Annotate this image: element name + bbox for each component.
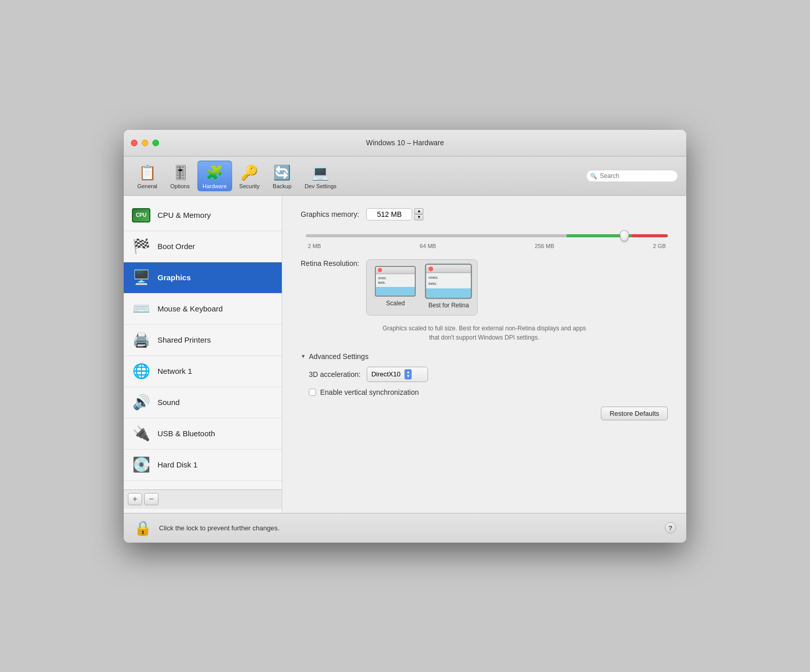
sidebar-item-graphics[interactable]: 🖥️ Graphics <box>124 262 282 294</box>
retina-label: Retina Resolution: <box>301 259 359 267</box>
memory-decrement-button[interactable]: ▼ <box>414 214 423 220</box>
window-title: Windows 10 – Hardware <box>366 139 444 147</box>
slider-thumb[interactable] <box>620 230 629 241</box>
graphics-icon: 🖥️ <box>131 267 151 288</box>
restore-defaults-button[interactable]: Restore Defaults <box>601 407 668 420</box>
select-arrows: ▲ ▼ <box>404 369 412 379</box>
shared-printers-icon: 🖨️ <box>131 330 151 350</box>
sidebar-item-hard-disk[interactable]: 💽 Hard Disk 1 <box>124 450 282 481</box>
memory-increment-button[interactable]: ▲ <box>414 208 423 214</box>
general-label: General <box>137 183 157 189</box>
sidebar-label-cpu-memory: CPU & Memory <box>158 211 211 219</box>
lock-text: Click the lock to prevent further change… <box>159 524 658 532</box>
network-icon: 🌐 <box>131 361 151 382</box>
slider-ticks: 2 MB 64 MB 256 MB 2 GB <box>306 243 668 249</box>
dev-settings-label: Dev Settings <box>305 183 336 189</box>
add-item-button[interactable]: + <box>128 493 142 505</box>
restore-row: Restore Defaults <box>301 407 668 420</box>
mouse-keyboard-icon: ⌨️ <box>131 299 151 319</box>
retina-options: ones.bels. Scaled ones.bels. <box>366 259 478 316</box>
description-text: Graphics scaled to full size. Best for e… <box>382 324 587 342</box>
toolbar-item-hardware[interactable]: 🧩 Hardware <box>197 161 232 191</box>
sidebar-item-cpu-memory[interactable]: CPU CPU & Memory <box>124 200 282 231</box>
window-controls <box>131 140 159 146</box>
sidebar-item-boot-order[interactable]: 🏁 Boot Order <box>124 231 282 262</box>
maximize-button[interactable] <box>152 140 159 146</box>
hard-disk-icon: 💽 <box>131 455 151 475</box>
advanced-settings-section: ▼ Advanced Settings 3D acceleration: Dir… <box>301 352 668 396</box>
sidebar-item-usb-bluetooth[interactable]: 🔌 USB & Bluetooth <box>124 418 282 450</box>
toolbar-item-security[interactable]: 🔑 Security <box>234 161 265 191</box>
sidebar-item-sound[interactable]: 🔊 Sound <box>124 387 282 418</box>
toolbar-item-backup[interactable]: 🔄 Backup <box>267 161 298 191</box>
retina-option-scaled[interactable]: ones.bels. Scaled <box>375 266 416 309</box>
mock-window-scaled: ones.bels. <box>375 266 416 297</box>
sidebar-label-graphics: Graphics <box>158 273 191 282</box>
acceleration-select[interactable]: DirectX10 ▲ ▼ <box>367 367 428 382</box>
slider-tick-3: 2 GB <box>653 243 666 249</box>
main-content: CPU CPU & Memory 🏁 Boot Order 🖥️ Graphic… <box>124 196 686 513</box>
memory-input-wrap: ▲ ▼ <box>366 208 423 220</box>
toolbar-item-general[interactable]: 📋 General <box>132 161 163 191</box>
sidebar-footer: + − <box>124 489 282 509</box>
best-retina-label: Best for Retina <box>429 302 469 309</box>
sidebar-label-network: Network 1 <box>158 367 192 375</box>
sidebar-label-usb-bluetooth: USB & Bluetooth <box>158 429 215 438</box>
sidebar: CPU CPU & Memory 🏁 Boot Order 🖥️ Graphic… <box>124 196 282 513</box>
sound-icon: 🔊 <box>131 392 151 413</box>
sidebar-label-mouse-keyboard: Mouse & Keyboard <box>158 304 223 313</box>
vsync-label: Enable vertical synchronization <box>320 388 419 396</box>
vsync-checkbox[interactable] <box>309 389 316 396</box>
memory-value-input[interactable] <box>366 208 412 220</box>
minimize-button[interactable] <box>142 140 148 146</box>
security-icon: 🔑 <box>240 164 259 182</box>
options-icon: 🎚️ <box>171 164 189 182</box>
acceleration-row: 3D acceleration: DirectX10 ▲ ▼ <box>301 367 668 382</box>
toolbar-item-options[interactable]: 🎚️ Options <box>165 161 195 191</box>
mock-window-best-retina: ones.bels. <box>425 263 472 299</box>
detail-panel: Graphics memory: ▲ ▼ 2 MB <box>282 196 686 513</box>
general-icon: 📋 <box>138 164 156 182</box>
hardware-icon: 🧩 <box>206 164 224 182</box>
memory-stepper: ▲ ▼ <box>414 208 423 220</box>
memory-label: Graphics memory: <box>301 210 359 218</box>
slider-tick-2: 256 MB <box>535 243 554 249</box>
scaled-label: Scaled <box>386 300 405 307</box>
retina-option-best-retina[interactable]: ones.bels. Best for Retina <box>428 266 469 309</box>
acceleration-value: DirectX10 <box>371 370 400 378</box>
main-window: Windows 10 – Hardware 📋 General 🎚️ Optio… <box>124 130 686 543</box>
sidebar-item-mouse-keyboard[interactable]: ⌨️ Mouse & Keyboard <box>124 294 282 325</box>
slider-tick-0: 2 MB <box>308 243 321 249</box>
search-input[interactable] <box>586 170 678 182</box>
memory-row: Graphics memory: ▲ ▼ <box>301 208 668 220</box>
backup-icon: 🔄 <box>273 164 291 182</box>
lock-icon[interactable]: 🔒 <box>134 520 152 536</box>
sidebar-item-network[interactable]: 🌐 Network 1 <box>124 356 282 387</box>
triangle-icon: ▼ <box>301 353 306 359</box>
sidebar-label-boot-order: Boot Order <box>158 242 195 251</box>
bottom-bar: 🔒 Click the lock to prevent further chan… <box>124 513 686 543</box>
help-button[interactable]: ? <box>665 522 676 533</box>
sidebar-item-shared-printers[interactable]: 🖨️ Shared Printers <box>124 325 282 356</box>
sidebar-label-shared-printers: Shared Printers <box>158 335 211 344</box>
sidebar-label-hard-disk: Hard Disk 1 <box>158 460 197 469</box>
toolbar-item-dev-settings[interactable]: 💻 Dev Settings <box>300 161 342 191</box>
vsync-row: Enable vertical synchronization <box>301 388 668 396</box>
options-label: Options <box>170 183 190 189</box>
acceleration-label: 3D acceleration: <box>309 370 361 378</box>
search-icon-wrap <box>586 170 678 182</box>
sidebar-label-sound: Sound <box>158 398 179 407</box>
sidebar-list: CPU CPU & Memory 🏁 Boot Order 🖥️ Graphic… <box>124 200 282 489</box>
close-button[interactable] <box>131 140 138 146</box>
select-down-arrow: ▼ <box>406 374 410 378</box>
advanced-title: Advanced Settings <box>309 352 369 361</box>
slider-tick-1: 64 MB <box>420 243 436 249</box>
cpu-memory-icon: CPU <box>131 205 151 226</box>
boot-order-icon: 🏁 <box>131 236 151 257</box>
dev-settings-icon: 💻 <box>311 164 330 182</box>
toolbar: 📋 General 🎚️ Options 🧩 Hardware 🔑 Securi… <box>124 156 686 196</box>
security-label: Security <box>239 183 260 189</box>
advanced-settings-header[interactable]: ▼ Advanced Settings <box>301 352 668 361</box>
slider-track <box>306 231 668 241</box>
remove-item-button[interactable]: − <box>144 493 159 505</box>
